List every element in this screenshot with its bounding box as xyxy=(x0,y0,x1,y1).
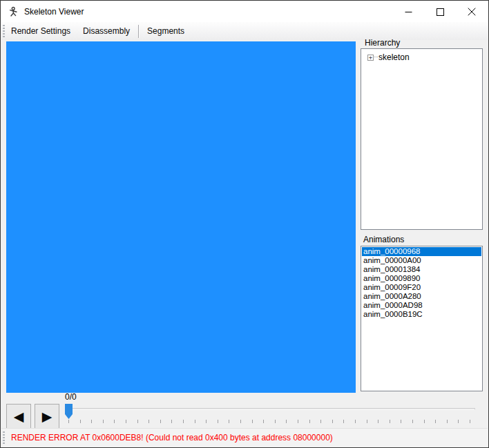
maximize-icon xyxy=(437,8,444,16)
minimize-icon xyxy=(405,8,412,16)
render-error-message: RENDER ERROR AT 0x0600DEB8! (Could not r… xyxy=(11,433,333,442)
tree-connector xyxy=(374,57,378,58)
skeleton-app-icon xyxy=(8,6,19,18)
hierarchy-label: Hierarchy xyxy=(365,38,400,48)
statusbar-grip-handle[interactable] xyxy=(3,431,5,444)
list-item[interactable]: anim_00009890 xyxy=(362,274,481,283)
list-item[interactable]: anim_00009F20 xyxy=(362,283,481,292)
animations-label: Animations xyxy=(363,235,404,244)
next-frame-button[interactable]: ▶ xyxy=(35,404,59,429)
frame-slider-thumb[interactable] xyxy=(65,404,73,419)
list-item[interactable]: anim_0000B19C xyxy=(362,310,481,319)
render-viewport[interactable] xyxy=(6,41,356,393)
list-item[interactable]: anim_0000AD98 xyxy=(362,301,481,310)
status-bar: RENDER ERROR AT 0x0600DEB8! (Could not r… xyxy=(1,428,488,447)
frame-slider-track[interactable] xyxy=(66,408,475,410)
title-bar: Skeleton Viewer xyxy=(1,1,488,22)
app-window: Skeleton Viewer Render Settings Disassem… xyxy=(0,0,489,448)
menu-render-settings[interactable]: Render Settings xyxy=(5,23,77,39)
next-arrow-icon: ▶ xyxy=(42,410,52,423)
list-item[interactable]: anim_0000A280 xyxy=(362,292,481,301)
tree-node-label: skeleton xyxy=(378,52,410,62)
prev-frame-button[interactable]: ◀ xyxy=(6,404,31,429)
menu-toolbar: Render Settings Disassembly Segments xyxy=(1,22,488,40)
toolbar-separator xyxy=(138,25,139,38)
menu-disassembly[interactable]: Disassembly xyxy=(77,23,136,39)
close-button[interactable] xyxy=(456,1,488,22)
minimize-button[interactable] xyxy=(392,1,424,22)
tree-node-skeleton[interactable]: + skeleton xyxy=(367,52,482,62)
list-item[interactable]: anim_00000A00 xyxy=(362,256,481,265)
animations-list[interactable]: anim_00000968 anim_00000A00 anim_0000138… xyxy=(361,246,483,391)
window-title: Skeleton Viewer xyxy=(24,7,84,17)
frame-counter: 0/0 xyxy=(65,392,77,402)
menu-segments[interactable]: Segments xyxy=(141,23,191,39)
close-icon xyxy=(468,8,476,16)
list-item[interactable]: anim_00000968 xyxy=(362,247,481,256)
list-item[interactable]: anim_00001384 xyxy=(362,265,481,274)
frame-slider-ticks xyxy=(68,420,475,423)
tree-expand-icon[interactable]: + xyxy=(367,55,374,61)
maximize-button[interactable] xyxy=(424,1,456,22)
hierarchy-tree[interactable]: + skeleton xyxy=(361,48,483,230)
window-controls xyxy=(392,1,488,22)
prev-arrow-icon: ◀ xyxy=(14,410,24,423)
